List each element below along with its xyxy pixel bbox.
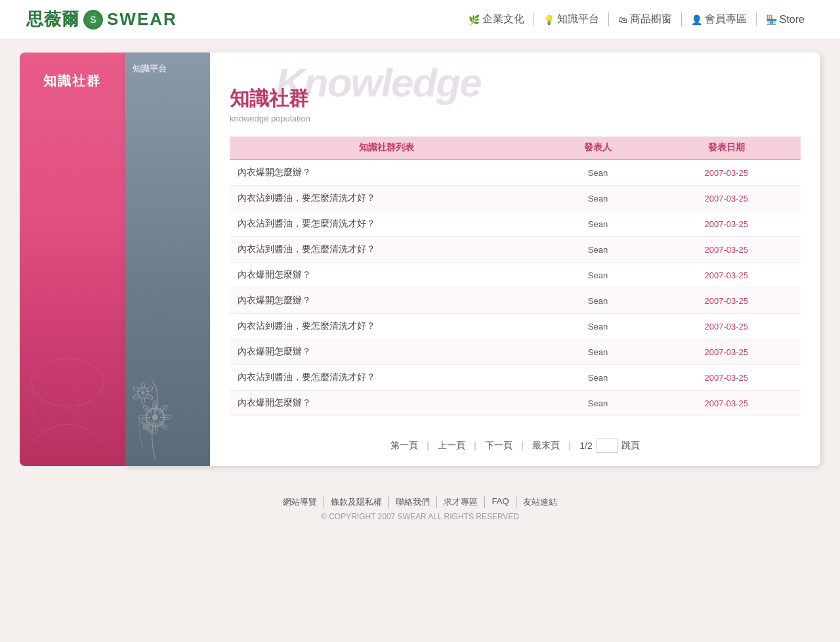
nav-item-knowledge[interactable]: 💡 知識平台 — [534, 12, 609, 26]
store-icon: 🏪 — [766, 14, 777, 25]
svg-point-27 — [133, 393, 140, 400]
nav-label-culture: 企業文化 — [482, 12, 524, 26]
col-header-author: 發表人 — [544, 137, 652, 160]
table-body: 內衣爆開怎麼辦？Sean2007-03-25內衣沾到醬油，要怎麼清洗才好？Sea… — [230, 160, 801, 416]
svg-point-1 — [32, 364, 79, 436]
row-author: Sean — [544, 288, 652, 314]
table-row[interactable]: 內衣爆開怎麼辦？Sean2007-03-25 — [230, 263, 801, 288]
header: 思薇爾 S SWEAR 🌿 企業文化 💡 知識平台 🛍 商品櫥窗 👤 會員專區 … — [0, 0, 840, 39]
row-author: Sean — [544, 211, 652, 237]
knowledge-table: 知識社群列表 發表人 發表日期 內衣爆開怎麼辦？Sean2007-03-25內衣… — [230, 137, 801, 416]
footer-link[interactable]: FAQ — [485, 496, 516, 508]
table-row[interactable]: 內衣沾到醬油，要怎麼清洗才好？Sean2007-03-25 — [230, 186, 801, 211]
sidebar-title: 知識社群 — [20, 66, 125, 96]
nav-item-member[interactable]: 👤 會員專區 — [682, 12, 757, 26]
sep4: ｜ — [565, 440, 574, 452]
table-row[interactable]: 內衣爆開怎麼辦？Sean2007-03-25 — [230, 391, 801, 416]
table-row[interactable]: 內衣沾到醬油，要怎麼清洗才好？Sean2007-03-25 — [230, 365, 801, 391]
member-icon: 👤 — [691, 14, 702, 25]
row-date: 2007-03-25 — [652, 237, 801, 263]
col-header-title: 知識社群列表 — [230, 137, 544, 160]
left-sidebar: 知識社群 — [20, 53, 125, 466]
row-title[interactable]: 內衣沾到醬油，要怎麼清洗才好？ — [230, 237, 544, 263]
products-icon: 🛍 — [618, 14, 627, 25]
table-row[interactable]: 內衣沾到醬油，要怎麼清洗才好？Sean2007-03-25 — [230, 237, 801, 263]
flower-decoration — [125, 295, 204, 466]
row-title[interactable]: 內衣爆開怎麼辦？ — [230, 339, 544, 365]
svg-point-24 — [145, 386, 153, 393]
page-info: 1/2 — [579, 440, 592, 451]
nav-item-store[interactable]: 🏪 Store — [757, 14, 814, 26]
svg-point-0 — [32, 358, 103, 406]
svg-point-22 — [141, 391, 145, 395]
gray-sidebar-label: 知識平台 — [133, 63, 167, 75]
main-nav: 🌿 企業文化 💡 知識平台 🛍 商品櫥窗 👤 會員專區 🏪 Store — [459, 12, 814, 26]
footer-link[interactable]: 聯絡我們 — [389, 496, 437, 508]
table-row[interactable]: 內衣沾到醬油，要怎麼清洗才好？Sean2007-03-25 — [230, 211, 801, 237]
row-title[interactable]: 內衣爆開怎麼辦？ — [230, 160, 544, 186]
row-date: 2007-03-25 — [652, 314, 801, 339]
footer-link[interactable]: 友站連結 — [516, 496, 564, 508]
nav-label-products: 商品櫥窗 — [630, 12, 672, 26]
section-title: 知識社群 — [230, 85, 801, 112]
row-title[interactable]: 內衣沾到醬油，要怎麼清洗才好？ — [230, 186, 544, 211]
row-author: Sean — [544, 314, 652, 339]
svg-point-28 — [133, 386, 140, 393]
footer-link[interactable]: 網站導覽 — [276, 496, 324, 508]
svg-point-25 — [145, 393, 153, 400]
last-page-link[interactable]: 最末頁 — [532, 440, 560, 452]
row-date: 2007-03-25 — [652, 160, 801, 186]
nav-item-culture[interactable]: 🌿 企業文化 — [459, 12, 534, 26]
row-title[interactable]: 內衣沾到醬油，要怎麼清洗才好？ — [230, 211, 544, 237]
row-date: 2007-03-25 — [652, 211, 801, 237]
gray-sidebar: 知識平台 — [125, 53, 210, 466]
row-title[interactable]: 內衣沾到醬油，要怎麼清洗才好？ — [230, 365, 544, 391]
row-title[interactable]: 內衣爆開怎麼辦？ — [230, 288, 544, 314]
next-page-link[interactable]: 下一頁 — [485, 440, 513, 452]
row-title[interactable]: 內衣爆開怎麼辦？ — [230, 391, 544, 416]
jump-label: 跳頁 — [621, 440, 640, 452]
footer-copyright: © COPYRIGHT 2007 SWEAR ALL RIGHTS RESERV… — [10, 512, 830, 521]
row-author: Sean — [544, 339, 652, 365]
pagination: 第一頁 ｜ 上一頁 ｜ 下一頁 ｜ 最末頁 ｜ 1/2 跳頁 — [210, 429, 820, 466]
row-author: Sean — [544, 237, 652, 263]
nav-item-products[interactable]: 🛍 商品櫥窗 — [609, 12, 682, 26]
svg-point-26 — [141, 396, 145, 404]
row-author: Sean — [544, 391, 652, 416]
table-row[interactable]: 內衣爆開怎麼辦？Sean2007-03-25 — [230, 160, 801, 186]
prev-page-link[interactable]: 上一頁 — [438, 440, 465, 452]
sep2: ｜ — [471, 440, 480, 452]
content-panel: 知識平台 — [125, 53, 820, 466]
table-row[interactable]: 內衣爆開怎麼辦？Sean2007-03-25 — [230, 288, 801, 314]
nav-label-member: 會員專區 — [705, 12, 747, 26]
sidebar-decoration — [20, 335, 115, 466]
logo: 思薇爾 S SWEAR — [26, 8, 177, 31]
first-page-link[interactable]: 第一頁 — [390, 440, 418, 452]
row-author: Sean — [544, 263, 652, 288]
row-date: 2007-03-25 — [652, 391, 801, 416]
sep1: ｜ — [423, 440, 432, 452]
row-title[interactable]: 內衣爆開怎麼辦？ — [230, 263, 544, 288]
sep3: ｜ — [518, 440, 527, 452]
row-author: Sean — [544, 365, 652, 391]
culture-icon: 🌿 — [469, 14, 480, 25]
nav-label-knowledge: 知識平台 — [557, 12, 599, 26]
table-row[interactable]: 內衣沾到醬油，要怎麼清洗才好？Sean2007-03-25 — [230, 314, 801, 339]
svg-point-23 — [141, 382, 145, 389]
col-header-date: 發表日期 — [652, 137, 801, 160]
table-area: 知識社群列表 發表人 發表日期 內衣爆開怎麼辦？Sean2007-03-25內衣… — [210, 130, 820, 429]
row-title[interactable]: 內衣沾到醬油，要怎麼清洗才好？ — [230, 314, 544, 339]
row-author: Sean — [544, 160, 652, 186]
row-date: 2007-03-25 — [652, 339, 801, 365]
section-subtitle: knowedge population — [230, 114, 801, 123]
row-author: Sean — [544, 186, 652, 211]
table-header-row: 知識社群列表 發表人 發表日期 — [230, 137, 801, 160]
knowledge-header: Knowledge 知識社群 knowedge population — [210, 53, 820, 130]
footer-link[interactable]: 求才專區 — [437, 496, 485, 508]
table-row[interactable]: 內衣爆開怎麼辦？Sean2007-03-25 — [230, 339, 801, 365]
page-jump-input[interactable] — [597, 439, 618, 453]
logo-icon: S — [83, 10, 103, 30]
main-wrapper: 知識社群 知識平台 — [0, 39, 840, 466]
knowledge-icon: 💡 — [543, 14, 555, 25]
footer-link[interactable]: 條款及隱私權 — [324, 496, 389, 508]
